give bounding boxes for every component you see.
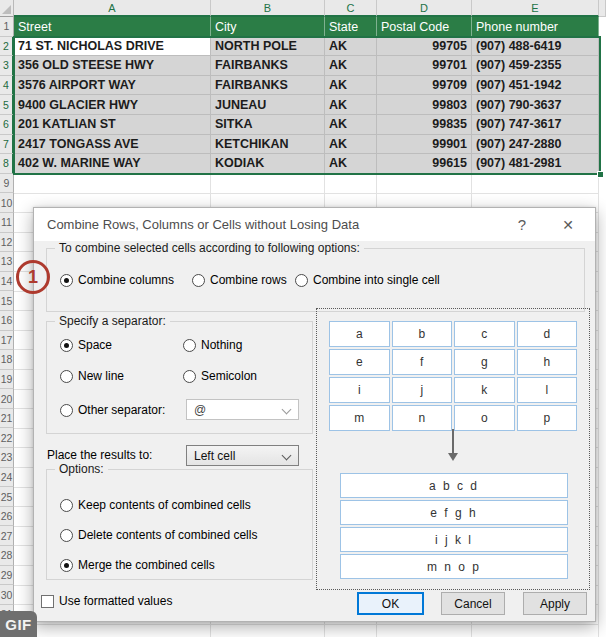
radio-nothing[interactable]: Nothing [183, 338, 242, 352]
row-header-12[interactable]: 12 [0, 233, 14, 253]
cell-A5[interactable]: 9400 GLACIER HWY [14, 95, 211, 115]
row-header-9[interactable]: 9 [0, 174, 14, 194]
row-header-6[interactable]: 6 [0, 115, 14, 135]
cell-C6[interactable]: AK [325, 115, 377, 135]
radio-new-line[interactable]: New line [60, 369, 124, 383]
radio-combine-rows[interactable]: Combine rows [192, 273, 287, 287]
cell-E2[interactable]: (907) 488-6419 [472, 37, 599, 57]
cell-B1[interactable]: City [211, 17, 325, 37]
row-header-5[interactable]: 5 [0, 95, 14, 115]
column-header-D[interactable]: D [377, 0, 472, 17]
row-header-25[interactable]: 25 [0, 487, 14, 507]
cancel-button[interactable]: Cancel [441, 592, 505, 615]
cell-C4[interactable]: AK [325, 76, 377, 96]
cell-C2[interactable]: AK [325, 37, 377, 57]
row-header-29[interactable]: 29 [0, 566, 14, 586]
row-header-3[interactable]: 3 [0, 56, 14, 76]
row-header-11[interactable]: 11 [0, 213, 14, 233]
row-header-8[interactable]: 8 [0, 154, 14, 174]
row-header-13[interactable]: 13 [0, 252, 14, 272]
column-header-C[interactable]: C [325, 0, 377, 17]
cell-A1[interactable]: Street [14, 17, 211, 37]
preview-combined-row: i j k l [340, 527, 568, 552]
row-header-7[interactable]: 7 [0, 135, 14, 155]
radio-space[interactable]: Space [60, 338, 112, 352]
cell-B3[interactable]: FAIRBANKS [211, 56, 325, 76]
preview-cell-k: k [454, 377, 515, 403]
row-header-26[interactable]: 26 [0, 507, 14, 527]
close-button[interactable]: ✕ [553, 208, 583, 241]
row-header-24[interactable]: 24 [0, 468, 14, 488]
radio-label: Semicolon [201, 369, 257, 383]
row-header-14[interactable]: 14 [0, 272, 14, 292]
cell-E8[interactable]: (907) 481-2981 [472, 154, 599, 174]
row-header-22[interactable]: 22 [0, 428, 14, 448]
radio-combine-columns[interactable]: Combine columns [60, 273, 174, 287]
cell-A8[interactable]: 402 W. MARINE WAY [14, 154, 211, 174]
row-header-1[interactable]: 1 [0, 17, 14, 37]
row-header-16[interactable]: 16 [0, 311, 14, 331]
cell-C7[interactable]: AK [325, 135, 377, 155]
place-results-dropdown[interactable]: Left cell [186, 445, 299, 466]
radio-combine-into-single-cell[interactable]: Combine into single cell [295, 273, 440, 287]
cell-E7[interactable]: (907) 247-2880 [472, 135, 599, 155]
radio-other-separator[interactable]: Other separator: [60, 403, 165, 417]
fill-handle[interactable] [597, 171, 604, 178]
cell-B4[interactable]: FAIRBANKS [211, 76, 325, 96]
preview-before-grid: abcdefghijklmnop [329, 321, 577, 431]
cell-D1[interactable]: Postal Code [377, 17, 472, 37]
cell-C1[interactable]: State [325, 17, 377, 37]
cell-C5[interactable]: AK [325, 95, 377, 115]
other-separator-input[interactable]: @ [186, 399, 299, 420]
use-formatted-checkbox[interactable]: Use formatted values [41, 594, 172, 608]
cell-A7[interactable]: 2417 TONGASS AVE [14, 135, 211, 155]
row-header-28[interactable]: 28 [0, 546, 14, 566]
row-header-21[interactable]: 21 [0, 409, 14, 429]
radio-semicolon[interactable]: Semicolon [183, 369, 257, 383]
radio-merge-the-combined-cells[interactable]: Merge the combined cells [60, 558, 215, 572]
cell-E4[interactable]: (907) 451-1942 [472, 76, 599, 96]
cell-C8[interactable]: AK [325, 154, 377, 174]
column-header-A[interactable]: A [14, 0, 211, 17]
radio-keep-contents-of-combined-cells[interactable]: Keep contents of combined cells [60, 498, 251, 512]
row-header-23[interactable]: 23 [0, 448, 14, 468]
cell-D4[interactable]: 99709 [377, 76, 472, 96]
row-header-30[interactable]: 30 [0, 585, 14, 605]
cell-D2[interactable]: 99705 [377, 37, 472, 57]
cell-A2[interactable]: 71 ST. NICHOLAS DRIVE [14, 37, 211, 57]
cell-B8[interactable]: KODIAK [211, 154, 325, 174]
cell-E6[interactable]: (907) 747-3617 [472, 115, 599, 135]
row-header-18[interactable]: 18 [0, 350, 14, 370]
cell-B2[interactable]: NORTH POLE [211, 37, 325, 57]
row-header-2[interactable]: 2 [0, 37, 14, 57]
cell-D3[interactable]: 99701 [377, 56, 472, 76]
radio-delete-contents-of-combined-cells[interactable]: Delete contents of combined cells [60, 528, 257, 542]
cell-E3[interactable]: (907) 459-2355 [472, 56, 599, 76]
cell-A6[interactable]: 201 KATLIAN ST [14, 115, 211, 135]
help-button[interactable]: ? [507, 208, 537, 241]
cell-C3[interactable]: AK [325, 56, 377, 76]
apply-button[interactable]: Apply [523, 592, 587, 615]
row-header-27[interactable]: 27 [0, 526, 14, 546]
column-header-E[interactable]: E [472, 0, 599, 17]
cell-D8[interactable]: 99615 [377, 154, 472, 174]
cell-B6[interactable]: SITKA [211, 115, 325, 135]
column-header-B[interactable]: B [211, 0, 325, 17]
cell-A3[interactable]: 356 OLD STEESE HWY [14, 56, 211, 76]
cell-B7[interactable]: KETCHIKAN [211, 135, 325, 155]
row-header-19[interactable]: 19 [0, 370, 14, 390]
cell-E5[interactable]: (907) 790-3637 [472, 95, 599, 115]
cell-D7[interactable]: 99901 [377, 135, 472, 155]
cell-E1[interactable]: Phone number [472, 17, 599, 37]
ok-button[interactable]: OK [357, 592, 424, 615]
cell-B5[interactable]: JUNEAU [211, 95, 325, 115]
cell-D6[interactable]: 99835 [377, 115, 472, 135]
row-header-4[interactable]: 4 [0, 76, 14, 96]
select-all-corner[interactable] [0, 0, 14, 17]
row-header-10[interactable]: 10 [0, 193, 14, 213]
cell-A4[interactable]: 3576 AIRPORT WAY [14, 76, 211, 96]
row-header-17[interactable]: 17 [0, 331, 14, 351]
row-header-15[interactable]: 15 [0, 291, 14, 311]
cell-D5[interactable]: 99803 [377, 95, 472, 115]
row-header-20[interactable]: 20 [0, 389, 14, 409]
